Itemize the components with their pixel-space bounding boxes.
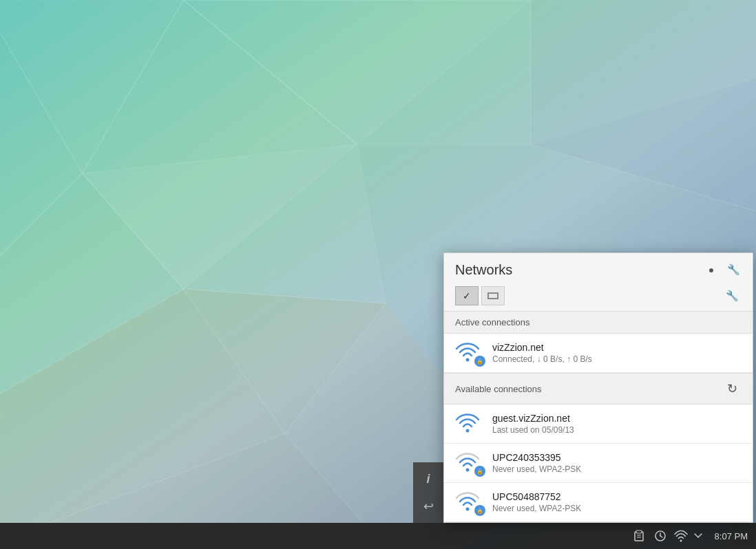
network-info-3: UPC240353395 Never used, WPA2-PSK bbox=[492, 452, 581, 474]
network-name-2: guest.vizZzion.net bbox=[492, 413, 574, 424]
panel-content[interactable]: Active connections 🔒 bbox=[444, 311, 753, 522]
network-status: Connected, ↓ 0 B/s, ↑ 0 B/s bbox=[492, 354, 592, 364]
clipboard-icon-button[interactable] bbox=[632, 528, 647, 543]
active-connections-header: Active connections bbox=[444, 311, 753, 334]
svg-point-16 bbox=[466, 469, 470, 472]
lock-icon-3: 🔒 bbox=[476, 469, 483, 475]
network-status-4: Never used, WPA2-PSK bbox=[492, 504, 581, 513]
network-item-available-1[interactable]: guest.vizZzion.net Last used on 05/09/13 bbox=[444, 405, 753, 444]
info-icon: i bbox=[426, 472, 430, 486]
sidebar-panel: i ↩ bbox=[413, 462, 443, 523]
lock-badge: 🔒 bbox=[474, 356, 485, 367]
network-icon-wrap-4: 🔒 bbox=[455, 490, 484, 515]
brightness-icon: ● bbox=[708, 264, 714, 275]
network-item-active-1[interactable]: 🔒 vizZzion.net Connected, ↓ 0 B/s, ↑ 0 B… bbox=[444, 334, 753, 373]
active-connections-label: Active connections bbox=[455, 317, 529, 327]
network-icon-wrap-3: 🔒 bbox=[455, 451, 484, 475]
tabs-row: ✓ 🔧 bbox=[444, 283, 753, 311]
check-icon: ✓ bbox=[463, 290, 471, 301]
svg-line-24 bbox=[660, 536, 662, 537]
network-name: vizZzion.net bbox=[492, 342, 592, 353]
lock-badge-3: 🔒 bbox=[474, 466, 485, 477]
network-status-2: Last used on 05/09/13 bbox=[492, 425, 574, 435]
wifi-signal-icon-2 bbox=[455, 411, 484, 439]
refresh-button[interactable]: ↻ bbox=[722, 379, 742, 398]
wrench-icon: 🔧 bbox=[727, 263, 740, 276]
svg-rect-19 bbox=[636, 530, 642, 533]
svg-point-25 bbox=[680, 540, 682, 542]
panel-header-icons: ● 🔧 bbox=[703, 261, 742, 278]
taskbar: 8:07 PM bbox=[0, 523, 756, 549]
clock-icon-button[interactable] bbox=[653, 528, 668, 543]
taskbar-time: 8:07 PM bbox=[715, 531, 748, 541]
tab-wifi[interactable]: ✓ bbox=[455, 286, 479, 305]
lock-badge-4: 🔒 bbox=[474, 505, 485, 516]
network-info-2: guest.vizZzion.net Last used on 05/09/13 bbox=[492, 413, 574, 435]
network-info: vizZzion.net Connected, ↓ 0 B/s, ↑ 0 B/s bbox=[492, 342, 592, 364]
available-connections-label: Available connections bbox=[455, 384, 542, 394]
brightness-icon-button[interactable]: ● bbox=[703, 261, 720, 278]
svg-point-17 bbox=[466, 508, 470, 511]
wired-icon bbox=[487, 292, 498, 299]
tab-wrench-icon: 🔧 bbox=[726, 290, 739, 302]
lock-icon: 🔒 bbox=[476, 358, 483, 365]
chevron-down-icon[interactable] bbox=[694, 532, 702, 540]
network-info-4: UPC504887752 Never used, WPA2-PSK bbox=[492, 491, 581, 513]
back-icon: ↩ bbox=[423, 499, 434, 514]
settings-icon-button[interactable]: 🔧 bbox=[725, 261, 742, 278]
svg-point-14 bbox=[466, 358, 470, 362]
network-name-4: UPC504887752 bbox=[492, 491, 581, 502]
available-connections-header: Available connections ↻ bbox=[444, 373, 753, 405]
network-icon-wrap: 🔒 bbox=[455, 341, 484, 365]
refresh-icon: ↻ bbox=[727, 381, 737, 396]
tab-wrench-button[interactable]: 🔧 bbox=[722, 286, 742, 305]
networks-panel: Networks ● 🔧 ✓ 🔧 Active connections bbox=[443, 252, 753, 523]
network-status-3: Never used, WPA2-PSK bbox=[492, 464, 581, 474]
info-icon-button[interactable]: i bbox=[417, 468, 439, 490]
panel-title: Networks bbox=[455, 262, 512, 278]
back-icon-button[interactable]: ↩ bbox=[417, 495, 439, 517]
network-item-available-3[interactable]: 🔒 UPC504887752 Never used, WPA2-PSK bbox=[444, 483, 753, 522]
network-name-3: UPC240353395 bbox=[492, 452, 581, 463]
panel-header: Networks ● 🔧 bbox=[444, 253, 753, 283]
network-icon-wrap-2 bbox=[455, 411, 484, 436]
lock-icon-4: 🔒 bbox=[476, 508, 483, 514]
network-item-available-2[interactable]: 🔒 UPC240353395 Never used, WPA2-PSK bbox=[444, 444, 753, 483]
tab-wired[interactable] bbox=[481, 286, 505, 305]
taskbar-icons: 8:07 PM bbox=[632, 528, 748, 543]
wifi-icon-button[interactable] bbox=[673, 528, 689, 543]
svg-point-15 bbox=[466, 429, 470, 433]
